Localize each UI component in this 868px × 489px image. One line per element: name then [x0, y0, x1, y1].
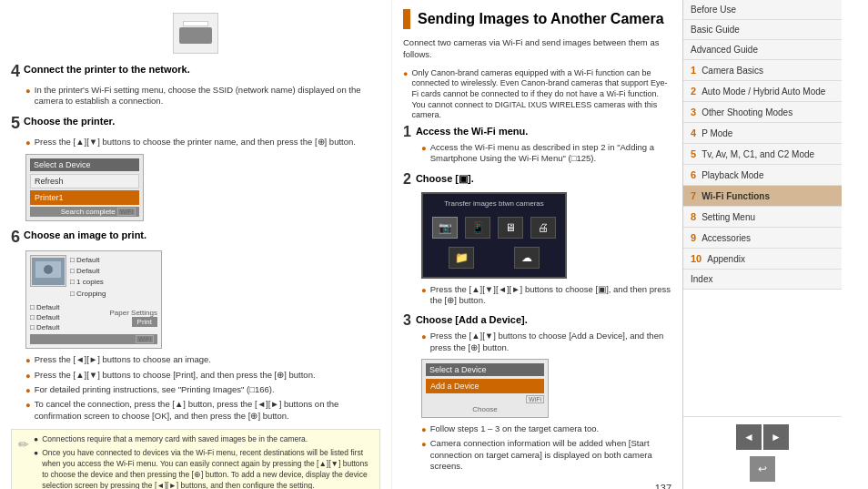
page-number: 137 [403, 479, 671, 489]
step2-number: 2 [403, 172, 411, 187]
sidebar-item-tv-av[interactable]: 5 Tv, Av, M, C1, and C2 Mode [683, 144, 842, 165]
step4-bullet-1: ● In the printer's Wi-Fi setting menu, c… [25, 85, 380, 107]
bullet-dot: ● [25, 385, 31, 396]
print-left-opts: □ Default □ Default □ Default [30, 302, 59, 333]
sidebar-item-before-use[interactable]: Before Use [683, 0, 842, 20]
wifi-badge2: WiFi [136, 335, 154, 343]
prev-button[interactable]: ◄ [736, 424, 762, 450]
middle-step1: 1 Access the Wi-Fi menu. ● Access the Wi… [403, 125, 671, 165]
step5-header: 5 Choose the printer. [11, 115, 380, 131]
sidebar-item-setting-menu[interactable]: 8 Setting Menu [683, 207, 842, 228]
device-select-panel-2: Select a Device Add a Device WiFi Choose [421, 359, 549, 418]
note-bullet-2: ● Once you have connected to devices via… [34, 448, 373, 489]
section-header: Sending Images to Another Camera [403, 9, 671, 29]
sidebar-item-basic-guide[interactable]: Basic Guide [683, 20, 842, 40]
panel-refresh[interactable]: Refresh [30, 174, 139, 188]
middle-step2: 2 Choose [▣]. Transfer images btwn camer… [403, 172, 671, 307]
sidebar-item-p-mode[interactable]: 4 P Mode [683, 123, 842, 144]
sidebar-item-advanced-guide[interactable]: Advanced Guide [683, 40, 842, 60]
cam-icon-monitor[interactable]: 🖥 [498, 217, 523, 239]
step5-title: Choose the printer. [24, 115, 115, 127]
bullet-dot: ● [25, 371, 31, 382]
middle-step2-header: 2 Choose [▣]. [403, 172, 671, 187]
step5-bullet-1: ● Press the [▲][▼] buttons to choose the… [25, 137, 380, 148]
intro-bullet-1: ● Only Canon-brand cameras equipped with… [403, 68, 671, 121]
step6-bullet-1: ● Press the [◄][►] buttons to choose an … [25, 354, 380, 366]
print-panel-top: □ Default □ Default □ 1 copies □ Croppin… [30, 255, 157, 300]
panel-footer: Search complete WiFi [30, 207, 139, 217]
sidebar-item-other-shooting[interactable]: 3 Other Shooting Modes [683, 102, 842, 123]
print-right-opts: Paper Settings Print [110, 309, 157, 327]
wifi-badge: WiFi [117, 208, 136, 216]
bullet-dot: ● [25, 355, 31, 366]
step3-bullet-3: ● Camera connection information will be … [421, 438, 671, 472]
next-button[interactable]: ► [763, 424, 789, 450]
printer-body [179, 27, 212, 44]
middle-step1-header: 1 Access the Wi-Fi menu. [403, 125, 671, 139]
printer-paper [183, 21, 208, 26]
cam-icon-phone[interactable]: 📱 [465, 217, 490, 239]
camera-screen: Transfer images btwn cameras 📷 📱 🖥 🖨 📁 ☁ [421, 192, 567, 279]
right-sidebar: Before Use Basic Guide Advanced Guide 1 … [682, 0, 842, 489]
sidebar-item-auto-mode[interactable]: 2 Auto Mode / Hybrid Auto Mode [683, 81, 842, 102]
step2-body: Transfer images btwn cameras 📷 📱 🖥 🖨 📁 ☁… [421, 192, 671, 307]
panel2-title: Select a Device [426, 363, 544, 376]
svg-point-2 [44, 265, 53, 274]
note-box: ✏ ● Connections require that a memory ca… [11, 429, 380, 489]
step6-bullet-4: ● To cancel the connection, press the [▲… [25, 399, 380, 422]
panel-printer1[interactable]: Printer1 [30, 190, 139, 205]
middle-content: Sending Images to Another Camera Connect… [391, 0, 682, 489]
step2-bullet: ● Press the [▲][▼][◄][►] buttons to choo… [421, 284, 671, 307]
sidebar-item-accessories[interactable]: 9 Accessories [683, 228, 842, 249]
note-bullet-1: ● Connections require that a memory card… [34, 434, 373, 445]
step1-number: 1 [403, 125, 411, 139]
bullet-dot: ● [25, 86, 31, 97]
print-thumbnail [30, 255, 66, 287]
section-intro: Connect two cameras via Wi-Fi and send i… [403, 36, 671, 61]
cam-icon-printer[interactable]: 🖨 [530, 217, 556, 239]
sidebar-item-camera-basics[interactable]: 1 Camera Basics [683, 60, 842, 81]
choose-label: Choose [426, 405, 544, 413]
step4-body: ● In the printer's Wi-Fi setting menu, c… [25, 85, 380, 107]
sidebar-item-appendix[interactable]: 10 Appendix [683, 249, 842, 270]
left-content: 4 Connect the printer to the network. ● … [0, 0, 391, 489]
section-title: Sending Images to Another Camera [418, 11, 664, 27]
cam-icon-cloud[interactable]: ☁ [514, 247, 540, 269]
bullet-dot: ● [25, 138, 31, 148]
print-panel: □ Default □ Default □ 1 copies □ Croppin… [25, 250, 162, 349]
nav-buttons-area: ◄ ► ↩ [683, 416, 842, 489]
step5-body: ● Press the [▲][▼] buttons to choose the… [25, 137, 380, 221]
panel-title: Select a Device [30, 158, 139, 171]
printer-icon-area [11, 9, 380, 57]
printer-icon [173, 13, 218, 54]
step6-header: 6 Choose an image to print. [11, 229, 380, 245]
middle-step3: 3 Choose [Add a Device]. ● Press the [▲]… [403, 313, 671, 472]
sidebar-item-playback[interactable]: 6 Playback Mode [683, 165, 842, 186]
cam-icon-camera[interactable]: 📷 [432, 217, 458, 239]
step6-title: Choose an image to print. [24, 229, 146, 241]
step1-bullet: ● Access the Wi-Fi menu as described in … [421, 142, 671, 165]
bullet-dot: ● [25, 400, 31, 411]
add-device-item[interactable]: Add a Device [426, 379, 544, 393]
print-options: □ Default □ Default □ 1 copies □ Croppin… [70, 255, 106, 300]
step3-bullet-2: ● Follow steps 1 – 3 on the target camer… [421, 423, 671, 435]
device-select-panel: Select a Device Refresh Printer1 Search … [25, 154, 144, 221]
nav-btns-row: ◄ ► [736, 424, 789, 450]
camera-icons-row: 📷 📱 🖥 🖨 [429, 211, 560, 244]
step1-title: Access the Wi-Fi menu. [416, 125, 528, 138]
note-content: ● Connections require that a memory card… [34, 434, 373, 489]
print-button[interactable]: Print [132, 317, 157, 327]
middle-step3-header: 3 Choose [Add a Device]. [403, 313, 671, 328]
step2-title: Choose [▣]. [416, 172, 474, 185]
sidebar-item-index[interactable]: Index [683, 270, 842, 290]
print-bottom-bar: WiFi [30, 334, 157, 344]
step6-bullet-3: ● For detailed printing instructions, se… [25, 384, 380, 396]
step6-body: □ Default □ Default □ 1 copies □ Croppin… [25, 250, 380, 422]
sidebar-item-wifi[interactable]: 7 Wi-Fi Functions [683, 186, 842, 207]
step3-number: 3 [403, 313, 411, 328]
step6-number: 6 [11, 229, 20, 245]
wifi-badge3: WiFi [526, 395, 544, 403]
cam-icon-folder[interactable]: 📁 [449, 247, 474, 269]
home-button[interactable]: ↩ [750, 456, 775, 482]
camera-screen-title: Transfer images btwn cameras [429, 199, 560, 208]
